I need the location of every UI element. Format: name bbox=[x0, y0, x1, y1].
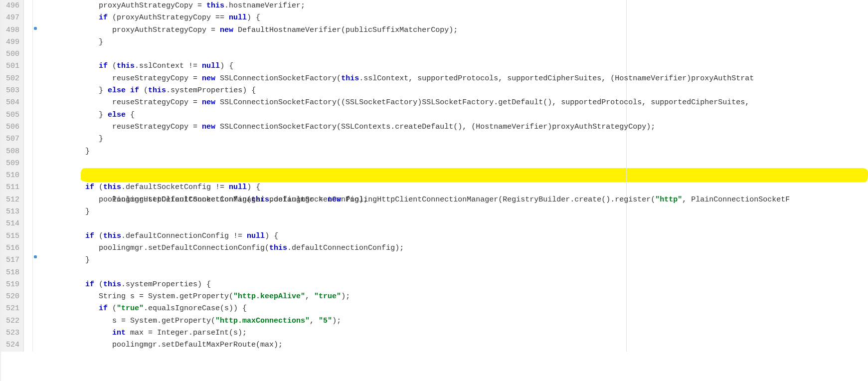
code-line: s = System.getProperty("http.maxConnecti… bbox=[45, 315, 868, 327]
code-line bbox=[45, 218, 868, 230]
code-line-highlighted: PoolingHttpClientConnectionManager pooli… bbox=[45, 170, 868, 182]
line-number[interactable]: 497 bbox=[2, 12, 19, 24]
code-line: poolingmgr.setDefaultMaxPerRoute(max); bbox=[45, 339, 868, 351]
code-line: } bbox=[45, 254, 868, 266]
line-number[interactable]: 520 bbox=[2, 291, 19, 303]
line-number[interactable]: 500 bbox=[2, 48, 19, 60]
code-line: } bbox=[45, 36, 868, 48]
fold-column[interactable] bbox=[24, 0, 33, 352]
line-number[interactable]: 496 bbox=[2, 0, 19, 12]
bookmark-icon bbox=[34, 27, 37, 30]
line-number[interactable]: 505 bbox=[2, 109, 19, 121]
bookmark-icon bbox=[34, 255, 37, 258]
line-number[interactable]: 501 bbox=[2, 60, 19, 72]
line-number[interactable]: 521 bbox=[2, 303, 19, 315]
code-content[interactable]: proxyAuthStrategyCopy = this.hostnameVer… bbox=[43, 0, 868, 352]
code-line: poolingmgr.setDefaultConnectionConfig(th… bbox=[45, 242, 868, 254]
code-line: } bbox=[45, 206, 868, 218]
code-line: reuseStrategyCopy = new SSLConnectionSoc… bbox=[45, 121, 868, 133]
code-line bbox=[45, 267, 868, 279]
line-number[interactable]: 506 bbox=[2, 121, 19, 133]
code-line: proxyAuthStrategyCopy = new DefaultHostn… bbox=[45, 24, 868, 36]
line-number[interactable]: 514 bbox=[2, 218, 19, 230]
code-line: int max = Integer.parseInt(s); bbox=[45, 327, 868, 339]
code-line bbox=[45, 158, 868, 170]
line-number[interactable]: 507 bbox=[2, 133, 19, 145]
code-line: } bbox=[45, 146, 868, 158]
code-line: if (this.systemProperties) { bbox=[45, 279, 868, 291]
line-number[interactable]: 504 bbox=[2, 97, 19, 109]
code-line: String s = System.getProperty("http.keep… bbox=[45, 291, 868, 303]
code-line: reuseStrategyCopy = new SSLConnectionSoc… bbox=[45, 73, 868, 85]
line-number[interactable]: 518 bbox=[2, 267, 19, 279]
code-line: } else if (this.systemProperties) { bbox=[45, 85, 868, 97]
line-number-gutter[interactable]: 496 497 498 499 500 501 502 503 504 505 … bbox=[0, 0, 24, 352]
left-border bbox=[0, 0, 1, 352]
code-line: proxyAuthStrategyCopy = this.hostnameVer… bbox=[45, 0, 868, 12]
code-line: if (proxyAuthStrategyCopy == null) { bbox=[45, 12, 868, 24]
line-number[interactable]: 512 bbox=[2, 194, 19, 206]
code-line: } else { bbox=[45, 109, 868, 121]
line-number[interactable]: 498 bbox=[2, 24, 19, 36]
line-number[interactable]: 524 bbox=[2, 339, 19, 351]
line-number[interactable]: 517 bbox=[2, 254, 19, 266]
breakpoint-column[interactable] bbox=[33, 0, 43, 352]
line-number[interactable]: 510 bbox=[2, 170, 19, 182]
code-line bbox=[45, 48, 868, 60]
code-line: reuseStrategyCopy = new SSLConnectionSoc… bbox=[45, 97, 868, 109]
line-number[interactable]: 522 bbox=[2, 315, 19, 327]
line-number[interactable]: 513 bbox=[2, 206, 19, 218]
highlight-marker bbox=[81, 168, 868, 182]
line-number[interactable]: 515 bbox=[2, 230, 19, 242]
code-line: } bbox=[45, 133, 868, 145]
code-line: if (this.defaultSocketConfig != null) { bbox=[45, 182, 868, 193]
line-number[interactable]: 502 bbox=[2, 73, 19, 85]
line-number[interactable]: 503 bbox=[2, 85, 19, 97]
line-number[interactable]: 499 bbox=[2, 36, 19, 48]
code-editor: 496 497 498 499 500 501 502 503 504 505 … bbox=[0, 0, 868, 352]
code-line: if (this.sslContext != null) { bbox=[45, 60, 868, 72]
code-line: if ("true".equalsIgnoreCase(s)) { bbox=[45, 303, 868, 315]
line-number[interactable]: 511 bbox=[2, 182, 19, 193]
line-number[interactable]: 508 bbox=[2, 146, 19, 158]
code-line: if (this.defaultConnectionConfig != null… bbox=[45, 230, 868, 242]
line-number[interactable]: 509 bbox=[2, 158, 19, 170]
line-number[interactable]: 523 bbox=[2, 327, 19, 339]
line-number[interactable]: 519 bbox=[2, 279, 19, 291]
line-number[interactable]: 516 bbox=[2, 242, 19, 254]
